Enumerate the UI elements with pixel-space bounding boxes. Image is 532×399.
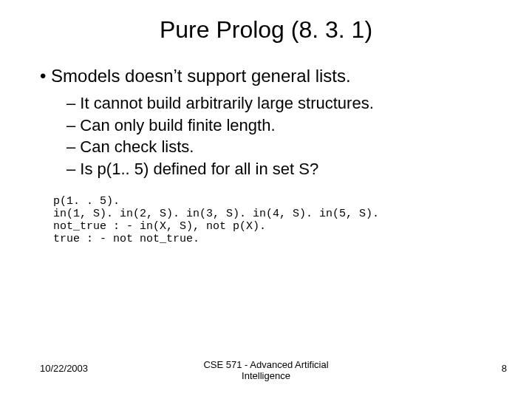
code-block: p(1. . 5). in(1, S). in(2, S). in(3, S).… xyxy=(40,180,492,245)
sub-text: Is p(1.. 5) defined for all in set S? xyxy=(80,160,318,178)
footer-course: CSE 571 - Advanced Artificial Intelligen… xyxy=(0,359,532,381)
sub-bullets: – It cannot build arbitrarily large stru… xyxy=(40,92,492,180)
bullet-marker: • xyxy=(40,66,51,86)
slide: Pure Prolog (8. 3. 1) • Smodels doesn’t … xyxy=(0,0,532,399)
bullet-level2: – It cannot build arbitrarily large stru… xyxy=(66,92,492,115)
slide-body: • Smodels doesn’t support general lists.… xyxy=(0,51,532,245)
dash-marker: – xyxy=(66,137,80,156)
sub-text: Can only build finite length. xyxy=(80,116,275,134)
sub-text: It cannot build arbitrarily large struct… xyxy=(80,94,373,112)
bullet-level2: – Is p(1.. 5) defined for all in set S? xyxy=(66,158,492,180)
slide-title: Pure Prolog (8. 3. 1) xyxy=(0,0,532,51)
footer-page: 8 xyxy=(502,363,507,374)
dash-marker: – xyxy=(66,94,80,112)
sub-text: Can check lists. xyxy=(80,137,194,156)
bullet-level1: • Smodels doesn’t support general lists. xyxy=(40,66,492,86)
bullet-level2: – Can only build finite length. xyxy=(66,115,492,137)
bullet-text: Smodels doesn’t support general lists. xyxy=(51,66,351,86)
dash-marker: – xyxy=(66,160,80,178)
bullet-level2: – Can check lists. xyxy=(66,136,492,158)
dash-marker: – xyxy=(66,116,80,134)
